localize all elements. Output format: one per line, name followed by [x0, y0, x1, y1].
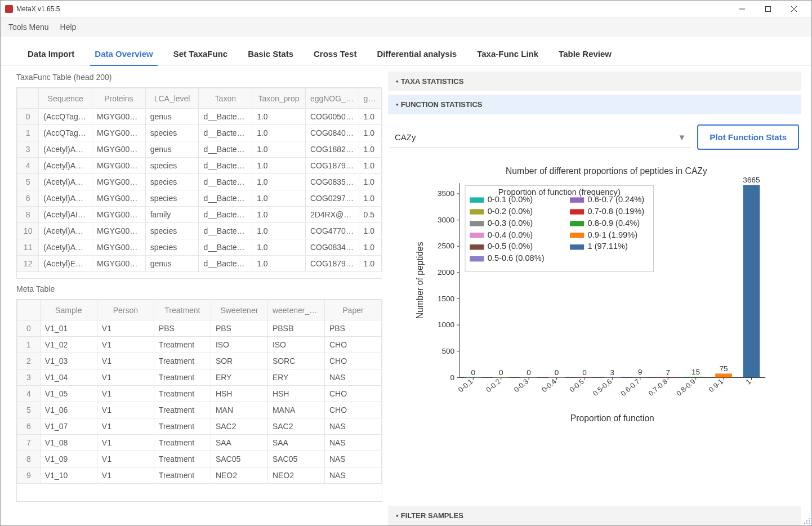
svg-text:0-0.4 (0.0%): 0-0.4 (0.0%) — [488, 230, 533, 239]
svg-rect-63 — [743, 185, 760, 378]
svg-text:0-0.5 (0.0%): 0-0.5 (0.0%) — [488, 242, 533, 251]
minimize-button[interactable] — [729, 1, 755, 17]
svg-text:Number of different proportion: Number of different proportions of pepti… — [506, 166, 707, 176]
table-row[interactable]: 5(Acetyl)AEK...MGYG0000...speciesd__Bact… — [17, 174, 382, 190]
table-row[interactable]: 0(AccQTag)D...MGYG0000...genusd__Bacteri… — [17, 109, 382, 125]
table-row[interactable]: 12(Acetyl)EAD...MGYG0000...genusd__Bacte… — [17, 256, 382, 272]
column-header[interactable]: Person — [97, 300, 154, 320]
table-row[interactable]: 7V1_08V1TreatmentSAASAANAS — [17, 435, 382, 451]
function-controls: CAZy ▼ Plot Function Stats — [388, 118, 801, 157]
svg-text:0.8-0.9: 0.8-0.9 — [675, 377, 697, 398]
close-button[interactable] — [781, 1, 807, 17]
svg-text:0-0.1 (0.0%): 0-0.1 (0.0%) — [488, 195, 533, 204]
meta-table[interactable]: SamplePersonTreatmentSweetenerweetener_d… — [16, 299, 382, 502]
tab-basic-stats[interactable]: Basic Stats — [238, 42, 304, 65]
right-column: TAXA STATISTICS FUNCTION STATISTICS CAZy… — [388, 72, 806, 525]
svg-text:1000: 1000 — [438, 320, 455, 329]
svg-text:0: 0 — [450, 373, 455, 382]
table-row[interactable]: 3(Acetyl)AAV...MGYG0000...genusd__Bacter… — [17, 141, 382, 158]
svg-rect-1 — [766, 6, 771, 11]
column-header[interactable]: LCA_level — [145, 88, 199, 109]
svg-text:0-0.1: 0-0.1 — [457, 377, 474, 394]
tab-differential-analysis[interactable]: Differential analysis — [367, 42, 467, 65]
tab-table-review[interactable]: Table Review — [548, 42, 622, 65]
meta-label: Meta Table — [16, 283, 382, 295]
app-window: MetaX v1.65.5 Tools Menu Help Data Impor… — [0, 0, 812, 526]
column-header[interactable]: Sample — [40, 300, 97, 320]
taxafunc-table[interactable]: SequenceProteinsLCA_levelTaxonTaxon_prop… — [16, 87, 382, 279]
svg-rect-87 — [570, 221, 584, 226]
table-row[interactable]: 8V1_09V1TreatmentSAC05SAC05NAS — [17, 451, 382, 467]
table-row[interactable]: 1(AccQTag)...MGYG0000...speciesd__Bacter… — [17, 125, 382, 141]
resize-grip[interactable] — [802, 516, 810, 524]
svg-text:0: 0 — [527, 368, 531, 377]
menu-help[interactable]: Help — [55, 20, 82, 34]
svg-point-95 — [809, 520, 810, 521]
window-title: MetaX v1.65.5 — [16, 5, 729, 13]
svg-rect-91 — [570, 244, 584, 249]
menubar: Tools Menu Help — [1, 17, 811, 37]
column-header[interactable]: eggNOG_OGs — [305, 88, 359, 109]
tab-cross-test[interactable]: Cross Test — [304, 42, 367, 65]
table-row[interactable]: 6(Acetyl)AEV...MGYG0000...speciesd__Bact… — [17, 190, 382, 207]
accordion-filter-samples[interactable]: FILTER SAMPLES — [388, 506, 801, 525]
svg-text:0.6-0.7 (0.24%): 0.6-0.7 (0.24%) — [587, 195, 644, 204]
column-header[interactable]: Taxon_prop — [252, 88, 306, 109]
svg-text:1 (97.11%): 1 (97.11%) — [587, 242, 628, 251]
svg-text:3000: 3000 — [438, 216, 455, 224]
menu-tools[interactable]: Tools Menu — [3, 20, 55, 34]
svg-text:1500: 1500 — [438, 295, 455, 303]
body: TaxaFunc Table (head 200) SequenceProtei… — [1, 66, 811, 525]
column-header[interactable]: Taxon — [199, 88, 252, 109]
maximize-button[interactable] — [755, 1, 781, 17]
table-row[interactable]: 2V1_03V1TreatmentSORSORCCHO — [17, 353, 382, 369]
tab-set-taxafunc[interactable]: Set TaxaFunc — [163, 42, 238, 65]
svg-text:0: 0 — [555, 368, 559, 377]
tab-taxa-func-link[interactable]: Taxa-Func Link — [467, 42, 548, 65]
table-row[interactable]: 11(Acetyl)ASD...MGYG0000...speciesd__Bac… — [17, 239, 382, 256]
svg-text:3: 3 — [610, 368, 615, 377]
svg-text:3665: 3665 — [743, 176, 760, 184]
column-header[interactable]: Sequence — [39, 88, 92, 109]
column-header[interactable]: Treatment — [154, 300, 211, 320]
accordion-function-stats[interactable]: FUNCTION STATISTICS — [388, 95, 801, 114]
svg-text:75: 75 — [719, 364, 728, 373]
svg-text:2500: 2500 — [438, 242, 455, 250]
column-header[interactable]: Proteins — [92, 88, 146, 109]
tab-data-import[interactable]: Data Import — [17, 42, 84, 65]
svg-point-93 — [809, 518, 810, 519]
table-row[interactable]: 4V1_05V1TreatmentHSHHSHCHO — [17, 386, 382, 402]
window-controls — [729, 1, 807, 17]
chevron-down-icon: ▼ — [677, 132, 686, 142]
table-row[interactable]: 6V1_07V1TreatmentSAC2SAC2NAS — [17, 418, 382, 435]
svg-text:0-0.2 (0.0%): 0-0.2 (0.0%) — [488, 207, 533, 216]
tab-data-overview[interactable]: Data Overview — [84, 42, 163, 65]
chart: Number of different proportions of pepti… — [394, 166, 796, 425]
table-row[interactable]: 5V1_06V1TreatmentMANMANACHO — [17, 402, 382, 418]
table-row[interactable]: 3V1_04V1TreatmentERYERYNAS — [17, 369, 382, 386]
column-header[interactable]: weetener_deta — [267, 300, 324, 320]
plot-function-stats-button[interactable]: Plot Function Stats — [697, 124, 799, 150]
svg-text:0.7-0.8: 0.7-0.8 — [647, 377, 669, 398]
table-row[interactable]: 8(Acetyl)AIA...MGYG0000...familyd__Bacte… — [17, 207, 382, 223]
table-row[interactable]: 1V1_02V1TreatmentISOISOCHO — [17, 337, 382, 353]
svg-text:0: 0 — [471, 368, 475, 377]
svg-text:0-0.3: 0-0.3 — [512, 377, 530, 394]
svg-text:0-0.4: 0-0.4 — [541, 377, 558, 394]
svg-text:0.7-0.8 (0.19%): 0.7-0.8 (0.19%) — [587, 207, 644, 216]
accordion-taxa-stats[interactable]: TAXA STATISTICS — [388, 72, 801, 91]
table-row[interactable]: 4(Acetyl)ADA...MGYG0000...speciesd__Bact… — [17, 158, 382, 174]
svg-text:3500: 3500 — [438, 189, 455, 198]
svg-rect-73 — [470, 209, 484, 214]
column-header[interactable]: Paper — [324, 300, 381, 320]
table-row[interactable]: 10(Acetyl)APA...MGYG0000...speciesd__Bac… — [17, 223, 382, 239]
chart-area: Number of different proportions of pepti… — [388, 160, 801, 502]
svg-text:0: 0 — [499, 368, 503, 377]
column-header[interactable]: gNO — [359, 88, 381, 109]
table-row[interactable]: 0V1_01V1PBSPBSPBSBPBS — [17, 320, 382, 337]
table-row[interactable]: 9V1_10V1TreatmentNEO2NEO2NAS — [17, 467, 382, 484]
svg-text:0.5-0.6 (0.08%): 0.5-0.6 (0.08%) — [488, 253, 545, 262]
column-header[interactable]: Sweetener — [211, 300, 267, 320]
function-select[interactable]: CAZy ▼ — [390, 127, 690, 148]
svg-text:500: 500 — [442, 347, 455, 355]
